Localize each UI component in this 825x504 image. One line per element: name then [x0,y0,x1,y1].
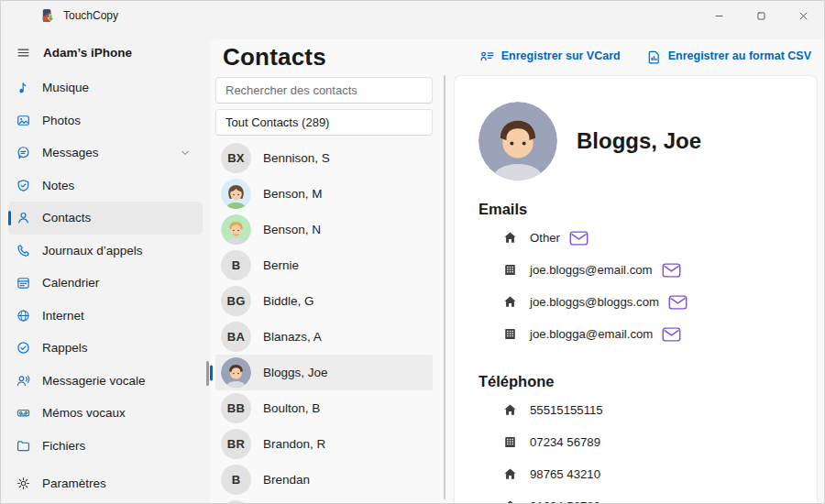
page-title: Contacts [223,43,326,71]
sidebar-item-label: Notes [42,179,74,192]
sidebar-item-parametres[interactable]: Paramètres [8,467,203,500]
detail-value: joe.bloggs@bloggs.com [530,295,659,309]
sidebar-item-rappels[interactable]: Rappels [8,332,203,365]
sidebar-item-contacts[interactable]: Contacts [8,202,203,235]
sidebar-item-label: Journaux d’appels [42,244,143,257]
contact-list: BX Bennison, S Benson, M Benson, N B Ber… [215,140,433,503]
contact-name: Bernie [263,258,299,272]
enregistrer-au-format-csv-button[interactable]: Enregistrer au format CSV [646,49,811,71]
contact-avatar [221,179,251,209]
enregistrer-sur-vcard-button[interactable]: Enregistrer sur VCard [479,49,621,71]
contact-avatar [478,102,557,181]
sidebar-item-messagerie-vocale[interactable]: Messagerie vocale [8,365,203,398]
search-input[interactable] [216,78,432,103]
contact-detail-panel: Bloggs, Joe Emails Other joe.bloggs@emai… [454,75,818,503]
voice-memo-icon [16,405,31,421]
detail-row: 55515155115 [478,394,793,426]
contact-avatar: BA [221,322,251,352]
contact-row[interactable]: Bloggs, Joe [215,355,433,390]
sidebar-item-label: Contacts [42,211,91,225]
selection-indicator [8,211,11,225]
sidebar-item-journaux-d-appels[interactable]: Journaux d’appels [8,235,203,268]
contact-avatar: B [221,465,251,495]
messages-icon [16,145,31,160]
sidebar-item-internet[interactable]: Internet [8,300,203,333]
window-controls [698,1,824,30]
phone-icon [16,243,31,258]
reminders-icon [16,340,31,356]
mail-icon [662,263,681,278]
sidebar-item-label: Messages [42,146,99,159]
contact-filter-value: Tout Contacts (289) [226,115,329,129]
sidebar-item-messages[interactable]: Messages [8,137,203,170]
section-heading: Emails [478,199,793,219]
sidebar-item-label: Photos [42,114,81,127]
mail-icon [569,231,588,246]
touchcopy-logo-icon [39,7,56,24]
sidebar-item-fichiers[interactable]: Fichiers [8,430,203,463]
contact-avatar: BG [221,286,251,316]
sidebar-item-label: Fichiers [42,439,85,453]
detail-value: joe.bloggs@email.com [530,263,653,277]
close-button[interactable] [782,1,824,30]
maximize-button[interactable] [740,1,782,30]
contact-name: Bennison, S [263,151,330,165]
detail-value: Other [530,231,560,245]
send-email-button[interactable] [569,231,588,246]
contact-row[interactable]: B Bernie [215,247,433,283]
minimize-button[interactable] [698,1,740,30]
contact-row[interactable]: Benson, N [215,212,433,247]
contact-row[interactable]: BR Brandon, R [215,426,433,462]
contact-list-scrollbar[interactable] [444,75,446,499]
contact-avatar [221,500,251,503]
chevron-down-icon [410,116,423,129]
contact-row[interactable]: B Brendan [215,462,433,498]
sidebar-item-calendrier[interactable]: Calendrier [8,267,203,300]
voicemail-person-icon [16,373,31,389]
vcard-icon [479,49,495,65]
contact-row[interactable]: BX Bennison, S [215,140,433,176]
sidebar-item-musique[interactable]: Musique [8,71,203,104]
calendar-icon [16,275,31,290]
close-icon [798,10,809,22]
sidebar-item-photos[interactable]: Photos [8,104,203,137]
hamburger-icon[interactable] [16,46,30,60]
detail-row: joe.bloggs@bloggs.com [478,286,793,318]
contact-row[interactable]: BA Blanazs, A [215,319,433,355]
sidebar-item-memos-vocaux[interactable]: Mémos vocaux [8,397,203,430]
touchcopy-window: TouchCopy Adam’s iPhone Musique Photos M… [0,0,825,504]
sidebar-scrollbar[interactable] [206,361,209,386]
home-icon [502,230,518,246]
contact-filter-dropdown[interactable]: Tout Contacts (289) [215,109,433,136]
contact-detail-header: Bloggs, Joe [478,102,793,181]
contact-name: Brendan [263,473,310,487]
globe-icon [16,308,31,323]
detail-value: 55515155115 [530,403,603,417]
contact-list-panel: Tout Contacts (289) BX Bennison, S Benso… [215,77,433,503]
notes-icon [16,178,31,193]
contact-row[interactable]: Benson, M [215,176,433,212]
mail-icon [668,295,688,310]
contact-avatar: B [221,250,251,280]
contact-name: Blanazs, A [263,330,322,344]
photos-icon [16,113,31,128]
contact-row[interactable]: BG Biddle, G [215,283,433,319]
action-label: Enregistrer au format CSV [668,49,811,62]
send-email-button[interactable] [662,327,681,342]
contact-row-partial[interactable] [215,498,433,503]
send-email-button[interactable] [668,295,688,310]
contact-row[interactable]: BB Boulton, B [215,390,433,426]
sidebar-item-label: Calendrier [42,276,99,290]
home-icon [502,402,518,418]
sidebar-header: Adam’s iPhone [8,37,203,68]
contact-avatar: BR [221,429,251,459]
sidebar-item-notes[interactable]: Notes [8,170,203,203]
sidebar-item-label: Mémos vocaux [42,406,126,420]
music-icon [16,80,31,95]
gear-icon [16,476,31,491]
send-email-button[interactable] [662,263,681,278]
detail-row: joe.blogga@email.com [478,318,793,350]
chevron-down-icon [179,147,192,159]
contact-avatar [221,214,251,245]
contact-name: Benson, N [263,223,321,236]
